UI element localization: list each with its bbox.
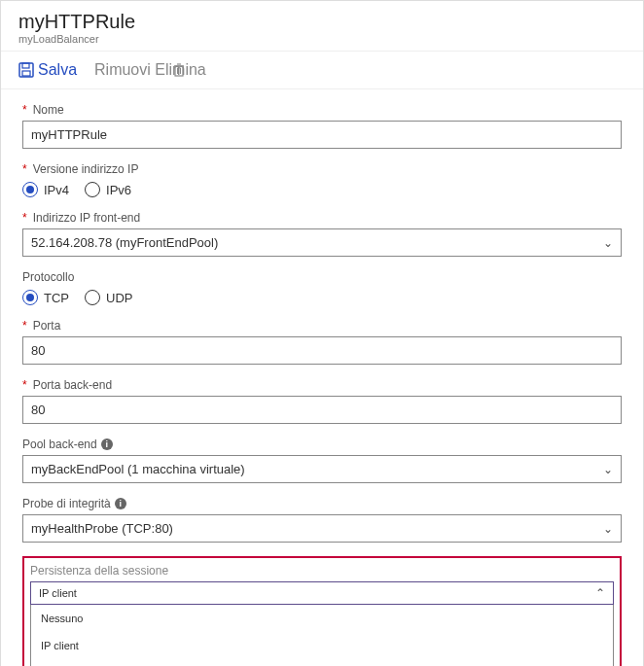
save-label: Salva [38,61,77,79]
field-port: *Porta [22,319,622,365]
field-backpool: Pool back-endi myBackEndPool (1 macchina… [22,438,622,483]
label-frontend: Indirizzo IP front-end [33,211,141,225]
svg-rect-3 [175,66,183,76]
backpool-select[interactable]: myBackEndPool (1 macchina virtuale) ⌄ [22,455,622,483]
session-select[interactable]: IP client ⌃ [30,581,614,605]
session-highlight-box: Persistenza della sessione IP client ⌃ N… [22,556,622,666]
label-session: Persistenza della sessione [30,564,614,578]
label-backpool: Pool back-end [22,438,97,451]
svg-rect-2 [22,71,30,76]
radio-udp-label: UDP [106,291,132,305]
backport-input[interactable] [22,396,622,424]
page-title: myHTTPRule [18,11,626,33]
probe-select[interactable]: myHealthProbe (TCP:80) ⌄ [22,514,622,543]
chevron-down-icon: ⌄ [603,236,613,250]
radio-ipv4-label: IPv4 [44,183,69,197]
chevron-down-icon: ⌄ [603,522,613,536]
save-icon [18,62,34,78]
radio-udp[interactable]: UDP [85,290,132,305]
label-port: Porta [33,319,61,333]
form-body: *Nome *Versione indirizzo IP IPv4 IPv6 *… [1,89,643,666]
session-value: IP client [39,587,77,599]
field-protocol: Protocollo TCP UDP [22,270,622,305]
required-star: * [22,103,27,117]
field-backport: *Porta back-end [22,378,622,424]
session-dropdown: Nessuno IP client IP e protocollo client [30,605,614,666]
field-probe: Probe di integritài myHealthProbe (TCP:8… [22,497,622,543]
save-button[interactable]: Salva [18,61,77,79]
radio-dot-icon [22,182,38,197]
page-subtitle: myLoadBalancer [18,33,626,45]
backpool-value: myBackEndPool (1 macchina virtuale) [31,462,245,476]
radio-tcp-label: TCP [44,291,69,305]
label-backport: Porta back-end [33,378,112,392]
port-input[interactable] [22,336,622,365]
radio-circle-icon [85,182,100,197]
trash-icon [171,62,187,78]
info-icon[interactable]: i [101,438,113,450]
svg-rect-0 [19,63,33,77]
info-icon[interactable]: i [115,498,126,509]
chevron-down-icon: ⌄ [603,463,613,476]
required-star: * [22,162,27,176]
probe-value: myHealthProbe (TCP:80) [31,521,173,536]
radio-tcp[interactable]: TCP [22,290,69,305]
delete-button[interactable]: Rimuovi Elimina [94,61,187,79]
session-option-none[interactable]: Nessuno [31,605,613,632]
label-protocol: Protocollo [22,270,74,284]
radio-ipv6-label: IPv6 [106,183,131,197]
required-star: * [22,319,27,333]
chevron-up-icon: ⌃ [595,586,605,600]
toolbar: Salva Rimuovi Elimina [1,52,643,89]
delete-label: Rimuovi Elimina [94,61,206,79]
name-input[interactable] [22,121,622,149]
label-probe: Probe di integrità [22,497,111,510]
field-ipversion: *Versione indirizzo IP IPv4 IPv6 [22,162,622,197]
session-option-ipclient[interactable]: IP client [31,632,613,659]
field-name: *Nome [22,103,622,149]
field-frontend: *Indirizzo IP front-end 52.164.208.78 (m… [22,211,622,257]
blade-header: myHTTPRule myLoadBalancer [1,1,643,52]
radio-dot-icon [22,290,38,305]
radio-ipv6[interactable]: IPv6 [85,182,131,197]
label-name: Nome [33,103,64,117]
frontend-value: 52.164.208.78 (myFrontEndPool) [31,235,218,250]
frontend-select[interactable]: 52.164.208.78 (myFrontEndPool) ⌄ [22,228,622,257]
radio-ipv4[interactable]: IPv4 [22,182,69,197]
radio-circle-icon [85,290,100,305]
required-star: * [22,378,27,392]
label-ipversion: Versione indirizzo IP [33,162,139,176]
session-option-ipproto[interactable]: IP e protocollo client [31,659,613,666]
required-star: * [22,211,27,225]
